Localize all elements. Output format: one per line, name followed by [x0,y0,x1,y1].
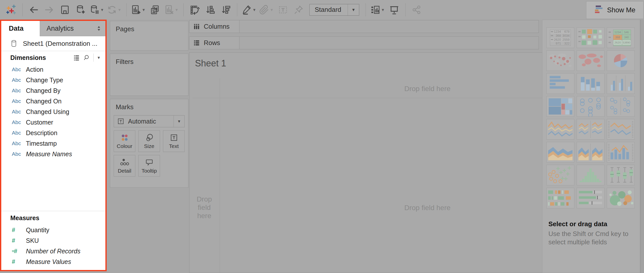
field-sku[interactable]: #SKU [1,235,105,246]
caret-down-icon[interactable]: ▾ [100,7,104,13]
caret-down-icon[interactable]: ▾ [252,7,257,13]
field-description[interactable]: AbcDescription [1,128,105,138]
showme-highlight-table-thumbnail[interactable]: 1234546368340262053890 [607,27,635,48]
caret-down-icon[interactable]: ▾ [117,7,122,13]
showme-side-by-side-circles-thumbnail[interactable] [607,96,635,117]
caret-down-icon[interactable]: ▾ [381,7,385,13]
showme-stacked-bars-thumbnail[interactable] [577,73,605,94]
search-icon[interactable] [83,54,90,61]
mark-type-dropdown[interactable]: Automatic ▾ [114,115,185,127]
toolbar-fix-axes-button[interactable] [292,3,305,17]
toolbar-show-mark-labels-button[interactable] [276,3,290,17]
showme-area-discrete-thumbnail[interactable] [577,142,605,163]
toolbar-new-worksheet-button[interactable]: ▾ [131,3,146,17]
toolbar-sort-descending-button[interactable] [219,3,232,17]
showme-symbol-map-thumbnail[interactable] [546,50,574,71]
showme-box-and-whisker-thumbnail[interactable] [607,165,635,185]
toolbar-pause-auto-updates-button[interactable]: ▾ [90,3,104,17]
field-quantity[interactable]: #Quantity [1,225,105,235]
tab-analytics[interactable]: Analytics [40,21,105,36]
showme-horizontal-bars-thumbnail[interactable] [546,73,574,94]
toolbar-show-hide-cards-button[interactable]: ▾ [370,3,385,17]
mark-size-button[interactable]: Size [138,130,160,152]
showme-packed-bubbles-thumbnail[interactable] [607,188,635,208]
abc-icon: Abc [12,140,26,146]
showme-dual-combination-thumbnail[interactable] [607,142,635,163]
field-customer[interactable]: AbcCustomer [1,117,105,128]
data-source-item[interactable]: Sheet1 (Demonstration ... [1,36,105,51]
toolbar-swap-rows-columns-button[interactable] [188,3,201,17]
view-list-icon[interactable] [73,54,80,61]
caret-down-icon[interactable]: ▾ [174,7,179,13]
showme-heatmap-thumbnail[interactable] [577,27,605,48]
svg-text:53890: 53890 [623,41,630,44]
drop-zone-rows[interactable]: Dropfieldhere [189,195,219,220]
svg-text:368: 368 [615,35,620,39]
toolbar-highlight-button[interactable]: ▾ [242,3,257,17]
showme-treemap-thumbnail[interactable] [546,96,574,117]
field-measure-names[interactable]: AbcMeasure Names [1,149,105,159]
showme-lines-continuous-thumbnail[interactable] [546,119,574,140]
mark-text-button[interactable]: Text [163,130,185,152]
showme-scatter-plot-thumbnail[interactable] [546,165,574,185]
toolbar-presentation-mode-button[interactable] [388,3,401,17]
show-me-button[interactable]: Show Me [586,1,643,19]
field-number-of-records[interactable]: =#Number of Records [1,246,105,256]
toolbar-undo-button[interactable] [27,3,40,17]
caret-down-icon[interactable]: ▾ [348,7,359,13]
redo-icon [44,5,54,15]
tab-data[interactable]: Data [1,21,40,36]
filters-title: Filters [110,54,188,66]
undo-icon [29,5,39,15]
caret-down-icon[interactable]: ▾ [269,7,274,13]
columns-drop-area[interactable] [239,20,539,33]
mark-detail-button[interactable]: Detail [114,155,135,177]
chevron-down-icon[interactable]: ▾ [174,119,184,124]
showme-area-continuous-thumbnail[interactable] [546,142,574,163]
pages-shelf[interactable]: Pages [110,21,188,51]
highlight-icon [242,5,252,15]
filters-shelf[interactable]: Filters [110,54,188,96]
showme-circle-views-thumbnail[interactable] [577,96,605,117]
toolbar-duplicate-sheet-button[interactable] [148,3,162,17]
fit-mode-dropdown[interactable]: Standard▾ [309,4,359,16]
rows-drop-area[interactable] [239,36,539,49]
abc-icon: Abc [12,88,26,94]
caret-down-icon[interactable]: ▾ [141,7,146,13]
field-timestamp[interactable]: AbcTimestamp [1,138,105,149]
field-measure-values[interactable]: #Measure Values [1,256,105,267]
toolbar-share-button[interactable] [410,3,423,17]
mark-button-label: Size [144,143,154,149]
showme-gantt-thumbnail[interactable] [546,188,574,208]
toolbar-redo-button[interactable] [43,3,56,17]
showme-text-table-thumbnail[interactable]: 1234678368303426202559971322 [546,27,574,48]
vertical-scrollbar[interactable] [640,20,644,273]
field-changed-using[interactable]: AbcChanged Using [1,106,105,117]
field-changed-by[interactable]: AbcChanged By [1,85,105,96]
toolbar-sort-ascending-button[interactable] [204,3,217,17]
showme-histogram-thumbnail[interactable] [577,165,605,185]
chevron-down-icon[interactable]: ▾ [98,55,100,60]
mark-colour-button[interactable]: Colour [114,130,135,152]
toolbar-save-button[interactable] [58,3,71,17]
showme-lines-discrete-thumbnail[interactable] [577,119,605,140]
field-changed-on[interactable]: AbcChanged On [1,96,105,106]
field-action[interactable]: AbcAction [1,64,105,75]
toolbar-new-data-source-button[interactable] [74,3,87,17]
field-change-type[interactable]: AbcChange Type [1,75,105,85]
number-icon: # [12,237,26,244]
toolbar-clear-sheet-button[interactable]: ▾ [164,3,179,17]
field-label: Action [26,66,43,73]
showme-filled-map-thumbnail[interactable] [577,50,605,71]
showme-dual-lines-thumbnail[interactable] [607,119,635,140]
field-label: Quantity [26,226,49,234]
toolbar-tableau-logo-button[interactable] [5,3,18,17]
mark-tooltip-button[interactable]: Tooltip [138,155,160,177]
svg-text:2620: 2620 [554,38,561,42]
show-me-icon [594,5,603,16]
showme-pie-chart-thumbnail[interactable] [607,50,635,71]
showme-side-by-side-bars-thumbnail[interactable] [607,73,635,94]
showme-bullet-graph-thumbnail[interactable] [577,188,605,208]
toolbar-group-members-button[interactable]: ▾ [259,3,274,17]
toolbar-run-auto-update-button[interactable]: ▾ [107,3,122,17]
